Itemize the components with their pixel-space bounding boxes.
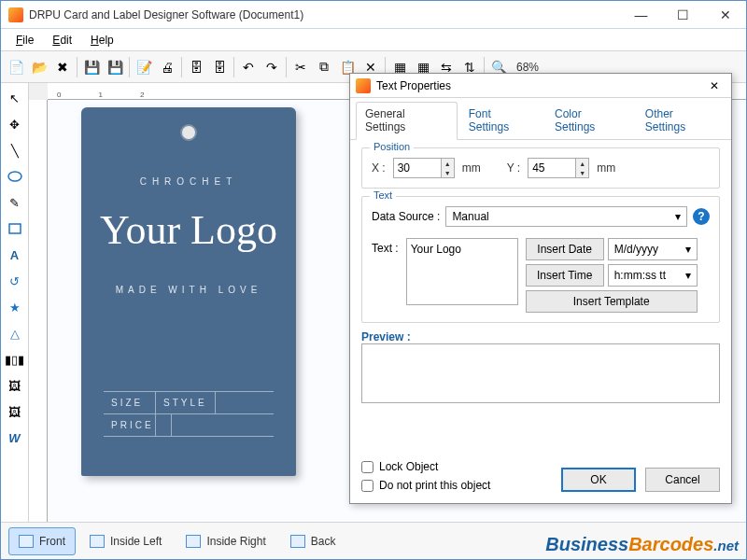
x-spinner[interactable]: ▲▼ bbox=[393, 158, 455, 178]
text-input[interactable] bbox=[406, 238, 518, 305]
data-source-select[interactable]: Manual ▾ bbox=[445, 206, 687, 227]
image-library-icon[interactable]: 🖼 bbox=[4, 400, 26, 423]
ellipse-tool-icon[interactable] bbox=[4, 165, 26, 188]
zoom-level[interactable]: 68% bbox=[516, 61, 539, 74]
dialog-titlebar: Text Properties ✕ bbox=[350, 74, 731, 98]
chevron-down-icon: ▾ bbox=[685, 269, 691, 282]
star-tool-icon[interactable]: ★ bbox=[4, 296, 26, 318]
tag-text-bottom: MADE WITH LOVE bbox=[81, 285, 296, 295]
insert-date-button[interactable]: Insert Date bbox=[526, 238, 604, 260]
page-icon bbox=[90, 535, 105, 548]
page-tab-front[interactable]: Front bbox=[8, 527, 76, 555]
cut-icon[interactable]: ✂ bbox=[289, 56, 312, 78]
tag-price-label: PRICE bbox=[104, 414, 156, 436]
window-title: DRPU Card and Label Designer Software (D… bbox=[29, 8, 620, 21]
arc-tool-icon[interactable]: ↺ bbox=[4, 270, 26, 292]
x-unit: mm bbox=[462, 161, 481, 175]
y-unit: mm bbox=[597, 161, 615, 175]
insert-template-button[interactable]: Insert Template bbox=[526, 290, 698, 313]
x-input[interactable] bbox=[394, 159, 441, 177]
page-icon bbox=[186, 535, 201, 548]
y-up-icon[interactable]: ▲ bbox=[575, 159, 588, 168]
text-label: Text : bbox=[372, 238, 399, 313]
open-folder-icon[interactable]: 📂 bbox=[28, 56, 50, 78]
window-controls: — ☐ ✕ bbox=[620, 2, 746, 28]
rectangle-tool-icon[interactable] bbox=[4, 217, 26, 240]
database-icon[interactable]: 🗄 bbox=[185, 56, 207, 78]
close-button[interactable]: ✕ bbox=[704, 2, 746, 28]
database2-icon[interactable]: 🗄 bbox=[208, 56, 231, 78]
menu-help[interactable]: Help bbox=[81, 32, 123, 49]
date-format-select[interactable]: M/d/yyyy▾ bbox=[608, 238, 698, 260]
print-icon[interactable]: 🖨 bbox=[156, 56, 178, 78]
pointer-tool-icon[interactable]: ↖ bbox=[4, 87, 26, 109]
tool-palette: ↖ ✥ ╲ ✎ A ↺ ★ △ ▮▯▮ 🖼 🖼 W bbox=[1, 83, 29, 522]
text-tool-icon[interactable]: A bbox=[4, 244, 26, 266]
tab-other-settings[interactable]: Other Settings bbox=[636, 102, 726, 139]
menu-file[interactable]: File bbox=[7, 32, 43, 49]
x-down-icon[interactable]: ▼ bbox=[441, 168, 454, 177]
preview-section: Preview : bbox=[361, 330, 720, 403]
chevron-down-icon: ▾ bbox=[685, 243, 691, 256]
line-tool-icon[interactable]: ╲ bbox=[4, 139, 26, 161]
app-icon bbox=[8, 7, 23, 22]
tag-size-label: SIZE bbox=[104, 392, 156, 413]
image-tool-icon[interactable]: 🖼 bbox=[4, 374, 26, 397]
redo-icon[interactable]: ↷ bbox=[261, 56, 283, 78]
dialog-tabs: General Settings Font Settings Color Set… bbox=[350, 98, 731, 140]
data-source-label: Data Source : bbox=[372, 210, 440, 223]
page-tab-back[interactable]: Back bbox=[280, 527, 346, 555]
triangle-tool-icon[interactable]: △ bbox=[4, 322, 26, 344]
title-bar: DRPU Card and Label Designer Software (D… bbox=[1, 1, 746, 29]
move-tool-icon[interactable]: ✥ bbox=[4, 113, 26, 135]
page-tab-inside-right[interactable]: Inside Right bbox=[176, 527, 275, 555]
barcode-tool-icon[interactable]: ▮▯▮ bbox=[4, 348, 26, 371]
text-section: Text Data Source : Manual ▾ ? Text : Ins… bbox=[361, 196, 720, 323]
vertical-ruler bbox=[29, 100, 48, 522]
page-tabs: Front Inside Left Inside Right Back Busi… bbox=[1, 522, 746, 559]
text-properties-dialog: Text Properties ✕ General Settings Font … bbox=[349, 73, 732, 504]
menu-bar: File Edit Help bbox=[1, 29, 746, 51]
tag-style-label: STYLE bbox=[156, 392, 216, 413]
data-source-value: Manual bbox=[452, 210, 488, 223]
page-tab-inside-left[interactable]: Inside Left bbox=[79, 527, 172, 555]
cancel-button[interactable]: Cancel bbox=[645, 468, 720, 492]
pencil-tool-icon[interactable]: ✎ bbox=[4, 191, 26, 214]
x-up-icon[interactable]: ▲ bbox=[441, 159, 454, 168]
y-down-icon[interactable]: ▼ bbox=[575, 168, 588, 177]
svg-rect-1 bbox=[9, 224, 21, 233]
tag-script-text[interactable]: Your Logo bbox=[81, 210, 296, 251]
help-icon[interactable]: ? bbox=[693, 208, 710, 225]
x-label: X : bbox=[372, 161, 386, 175]
ok-button[interactable]: OK bbox=[561, 468, 636, 492]
minimize-button[interactable]: — bbox=[620, 2, 662, 28]
chevron-down-icon: ▾ bbox=[675, 210, 681, 223]
do-not-print-checkbox[interactable]: Do not print this object bbox=[361, 479, 546, 492]
undo-icon[interactable]: ↶ bbox=[237, 56, 260, 78]
tag-hole bbox=[180, 124, 197, 141]
svg-point-0 bbox=[8, 172, 21, 181]
edit-icon[interactable]: 📝 bbox=[133, 56, 155, 78]
y-spinner[interactable]: ▲▼ bbox=[528, 158, 589, 178]
lock-object-checkbox[interactable]: Lock Object bbox=[361, 460, 546, 473]
page-icon bbox=[19, 535, 34, 548]
label-tag-object[interactable]: CHROCHET Your Logo MADE WITH LOVE SIZEST… bbox=[81, 107, 296, 476]
maximize-button[interactable]: ☐ bbox=[662, 2, 704, 28]
tag-fields: SIZESTYLE PRICE bbox=[104, 391, 274, 437]
new-document-icon[interactable]: 📄 bbox=[5, 56, 27, 78]
tab-color-settings[interactable]: Color Settings bbox=[545, 102, 634, 139]
tab-font-settings[interactable]: Font Settings bbox=[459, 102, 543, 139]
copy-icon[interactable]: ⧉ bbox=[313, 56, 335, 78]
menu-edit[interactable]: Edit bbox=[43, 32, 81, 49]
preview-label: Preview : bbox=[361, 330, 720, 343]
time-format-select[interactable]: h:mm:ss tt▾ bbox=[608, 264, 698, 287]
y-input[interactable] bbox=[529, 159, 575, 177]
dialog-close-button[interactable]: ✕ bbox=[703, 77, 726, 95]
preview-box bbox=[361, 343, 720, 403]
save-icon[interactable]: 💾 bbox=[80, 56, 103, 78]
wordart-tool-icon[interactable]: W bbox=[4, 427, 26, 449]
save-as-icon[interactable]: 💾 bbox=[104, 56, 126, 78]
insert-time-button[interactable]: Insert Time bbox=[526, 264, 604, 287]
close-document-icon[interactable]: ✖ bbox=[51, 56, 74, 78]
tab-general-settings[interactable]: General Settings bbox=[356, 102, 458, 140]
